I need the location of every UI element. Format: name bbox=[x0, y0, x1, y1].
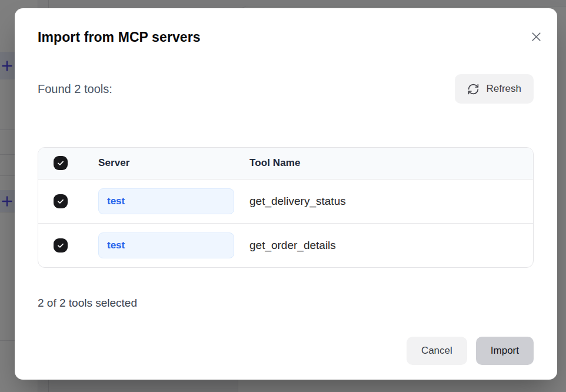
row-checkbox[interactable] bbox=[54, 194, 68, 208]
check-icon bbox=[56, 159, 65, 167]
table-row: test get_order_details bbox=[38, 223, 533, 267]
server-badge: test bbox=[98, 188, 234, 214]
refresh-label: Refresh bbox=[486, 83, 521, 95]
close-icon bbox=[530, 31, 542, 43]
server-name: test bbox=[107, 195, 125, 207]
server-name: test bbox=[107, 240, 125, 251]
tool-name: get_delivery_status bbox=[249, 195, 346, 207]
dialog-footer: Cancel Import bbox=[38, 337, 534, 365]
server-badge: test bbox=[98, 232, 234, 258]
refresh-button[interactable]: Refresh bbox=[455, 74, 534, 104]
table-header-row: Server Tool Name bbox=[38, 148, 533, 179]
found-row: Found 2 tools: Refresh bbox=[38, 74, 534, 104]
select-all-checkbox[interactable] bbox=[54, 156, 68, 170]
refresh-icon bbox=[467, 83, 480, 95]
dialog-title: Import from MCP servers bbox=[38, 28, 534, 46]
column-header-tool-name: Tool Name bbox=[249, 148, 533, 179]
check-icon bbox=[56, 241, 65, 250]
column-header-server: Server bbox=[98, 148, 249, 179]
check-icon bbox=[56, 197, 65, 205]
tool-name: get_order_details bbox=[249, 239, 336, 251]
selection-summary: 2 of 2 tools selected bbox=[38, 295, 534, 310]
cancel-button[interactable]: Cancel bbox=[407, 337, 467, 365]
import-mcp-dialog: Import from MCP servers Found 2 tools: R… bbox=[15, 8, 557, 380]
import-button[interactable]: Import bbox=[476, 337, 534, 365]
close-button[interactable] bbox=[529, 29, 543, 44]
tools-table: Server Tool Name test bbox=[38, 147, 534, 268]
found-tools-text: Found 2 tools: bbox=[38, 82, 112, 96]
row-checkbox[interactable] bbox=[54, 238, 68, 253]
table-row: test get_delivery_status bbox=[38, 179, 533, 223]
